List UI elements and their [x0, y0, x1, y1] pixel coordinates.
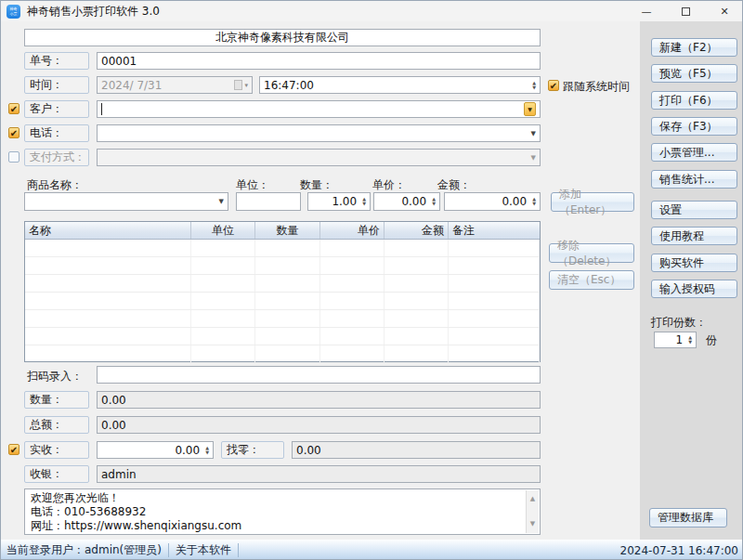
add-item-button[interactable]: 添加（Enter）	[551, 192, 634, 212]
sidebar-button-tutorial[interactable]: 使用教程	[651, 227, 737, 245]
cashier-field: admin	[97, 465, 541, 483]
col-header-unit[interactable]: 单位	[191, 222, 255, 239]
minimize-button[interactable]: —	[627, 1, 666, 21]
customer-dropdown-icon[interactable]: ▼	[524, 102, 536, 116]
col-header-qty[interactable]: 数量	[255, 222, 320, 239]
time-value: 16:47:00	[264, 79, 314, 92]
table-cell	[25, 328, 191, 345]
sidebar-button-sales-stats[interactable]: 销售统计...	[651, 170, 737, 189]
maximize-button[interactable]	[666, 1, 705, 21]
table-cell	[191, 240, 255, 256]
received-label: 实收：	[24, 441, 89, 459]
time-spinner[interactable]: ▲▼	[529, 81, 536, 90]
sidebar-button-save[interactable]: 保存（F3）	[651, 117, 737, 136]
table-row[interactable]	[25, 240, 540, 257]
col-header-name[interactable]: 名称	[25, 222, 191, 239]
table-cell	[449, 240, 540, 256]
payment-enable-checkbox[interactable]: ✔	[8, 151, 20, 163]
phone-enable-checkbox[interactable]: ✔	[8, 127, 20, 138]
total-amount-label: 总额：	[24, 416, 89, 434]
sidebar-button-buy[interactable]: 购买软件	[651, 254, 737, 272]
amount-label: 金额：	[437, 177, 471, 193]
calendar-dropdown-icon[interactable]: ▾	[234, 80, 248, 90]
table-cell	[191, 345, 255, 362]
table-row[interactable]	[25, 310, 540, 328]
table-row[interactable]	[25, 328, 540, 345]
col-header-price[interactable]: 单价	[320, 222, 385, 239]
text-caret	[101, 103, 102, 115]
customer-combobox[interactable]: ▼	[97, 100, 541, 118]
price-spinner-icon[interactable]: ▲▼	[429, 197, 436, 206]
table-row[interactable]	[25, 275, 540, 293]
sidebar-button-settings[interactable]: 设置	[651, 201, 737, 219]
note-scrollbar[interactable]: ▲▼	[526, 490, 539, 533]
footer-note-textarea[interactable]: 欢迎您再次光临！ 电话：010-53688932 网址：https://www.…	[24, 488, 541, 535]
maximize-icon	[682, 7, 690, 16]
table-row[interactable]	[25, 293, 540, 310]
print-copies-stepper[interactable]: 1 ▲▼	[654, 332, 697, 348]
follow-system-time-checkbox[interactable]: ✔	[548, 80, 559, 91]
date-picker[interactable]: 2024/ 7/31 ▾	[97, 76, 253, 94]
product-name-combobox[interactable]: ▼	[24, 192, 228, 211]
table-cell	[449, 328, 540, 345]
received-stepper[interactable]: 0.00 ▲▼	[97, 441, 214, 459]
phone-dropdown-icon[interactable]: ▼	[531, 130, 536, 137]
sidebar-button-preview[interactable]: 预览（F5）	[651, 64, 737, 83]
time-picker[interactable]: 16:47:00 ▲▼	[259, 76, 541, 94]
col-header-remark[interactable]: 备注	[449, 222, 540, 239]
sidebar-button-new[interactable]: 新建（F2）	[651, 38, 737, 57]
total-amount-field: 0.00	[97, 416, 541, 434]
close-button[interactable]: ✕	[705, 1, 743, 21]
clear-items-button[interactable]: 清空（Esc）	[549, 270, 634, 290]
total-qty-field: 0.00	[97, 391, 541, 409]
company-name-input[interactable]: 北京神奇像素科技有限公司	[24, 29, 541, 46]
qty-stepper[interactable]: 1.00 ▲▼	[307, 192, 371, 211]
table-cell	[320, 345, 385, 362]
amount-value: 0.00	[502, 195, 527, 208]
table-cell	[320, 293, 385, 309]
note-line: 欢迎您再次光临！	[31, 491, 523, 505]
price-value: 0.00	[401, 195, 426, 208]
sidebar: 新建（F2） 预览（F5） 打印（F6） 保存（F3） 小票管理... 销售统计…	[640, 21, 743, 540]
table-cell	[255, 310, 320, 327]
received-enable-checkbox[interactable]: ✔	[8, 444, 20, 455]
items-table[interactable]: 名称 单位 数量 单价 金额 备注	[24, 221, 541, 362]
qty-spinner-icon[interactable]: ▲▼	[359, 197, 366, 206]
price-stepper[interactable]: 0.00 ▲▼	[373, 192, 440, 211]
received-spinner-icon[interactable]: ▲▼	[202, 446, 209, 455]
table-row[interactable]	[25, 345, 540, 363]
total-qty-label: 数量：	[24, 391, 89, 409]
status-about-link[interactable]: 关于本软件	[176, 542, 231, 558]
table-row[interactable]	[25, 257, 540, 275]
print-copies-spinner-icon[interactable]: ▲▼	[685, 335, 692, 345]
received-value: 0.00	[175, 444, 200, 457]
product-name-label: 商品名称：	[27, 177, 83, 193]
change-field: 0.00	[292, 441, 541, 459]
order-no-input[interactable]: 00001	[97, 52, 541, 70]
col-header-amount[interactable]: 金额	[385, 222, 449, 239]
sidebar-button-license-code[interactable]: 输入授权码	[651, 280, 737, 298]
scan-entry-input[interactable]	[97, 366, 541, 384]
table-cell	[255, 328, 320, 345]
remove-item-button[interactable]: 移除（Delete）	[549, 243, 634, 263]
amount-spinner-icon[interactable]: ▲▼	[529, 197, 536, 206]
table-cell	[255, 240, 320, 256]
table-cell	[255, 345, 320, 362]
sidebar-button-print[interactable]: 打印（F6）	[651, 91, 737, 110]
customer-enable-checkbox[interactable]: ✔	[8, 103, 20, 114]
note-line: 电话：010-53688932	[31, 505, 523, 519]
payment-label: 支付方式：	[24, 149, 89, 166]
product-name-dropdown-icon[interactable]: ▼	[219, 198, 224, 205]
status-separator	[238, 543, 239, 557]
manage-database-button[interactable]: 管理数据库	[649, 508, 727, 527]
unit-input[interactable]	[236, 192, 301, 211]
phone-combobox[interactable]: ▼	[97, 124, 541, 142]
amount-stepper[interactable]: 0.00 ▲▼	[444, 192, 541, 211]
sidebar-button-receipt-manage[interactable]: 小票管理...	[651, 143, 737, 162]
table-cell	[385, 310, 449, 327]
table-cell	[25, 240, 191, 256]
table-cell	[385, 293, 449, 309]
qty-value: 1.00	[332, 195, 357, 208]
table-cell	[191, 257, 255, 274]
change-label: 找零：	[221, 441, 284, 459]
